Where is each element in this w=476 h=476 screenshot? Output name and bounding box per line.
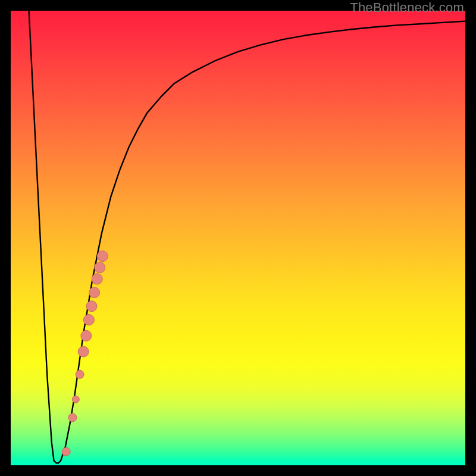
watermark-text: TheBottleneck.com [350, 0, 464, 15]
scatter-dot [83, 315, 94, 325]
scatter-dot [68, 414, 77, 422]
scatter-dots [62, 251, 108, 456]
scatter-dot [81, 330, 92, 341]
scatter-dot [86, 301, 97, 312]
scatter-dot [89, 287, 100, 298]
chart-svg [11, 11, 465, 465]
bottleneck-curve [29, 11, 465, 463]
scatter-dot [72, 396, 79, 403]
scatter-dot [95, 262, 105, 273]
scatter-dot [62, 447, 70, 456]
scatter-dot [92, 274, 102, 284]
scatter-dot [76, 370, 84, 378]
scatter-dot [78, 346, 89, 357]
chart-frame: TheBottleneck.com [0, 0, 476, 476]
plot-area [11, 11, 465, 465]
scatter-dot [97, 251, 108, 262]
